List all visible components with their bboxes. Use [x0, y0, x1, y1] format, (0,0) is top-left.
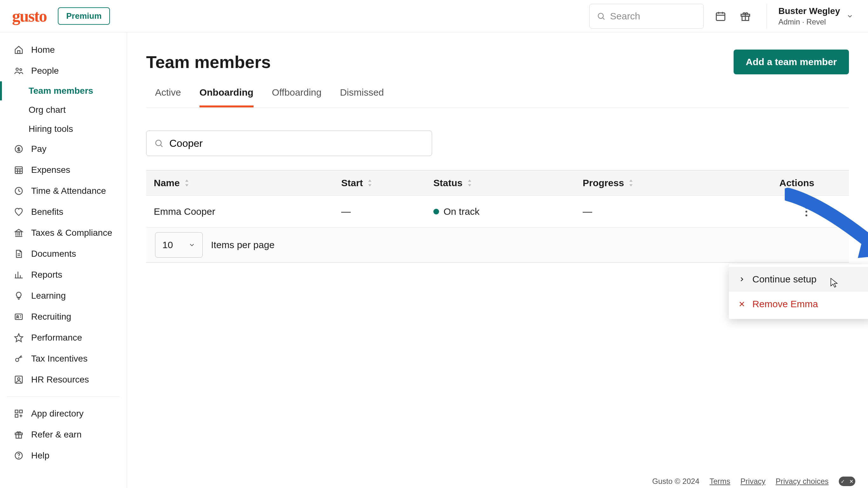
tab-dismissed[interactable]: Dismissed: [340, 87, 384, 108]
bank-icon: [13, 227, 24, 238]
row-actions-dropdown: Continue setup Remove Emma: [729, 264, 868, 319]
nav-people[interactable]: People: [0, 60, 127, 81]
chart-icon: [13, 269, 24, 280]
svg-marker-56: [629, 180, 632, 182]
nav-separator: [7, 396, 120, 397]
sort-icon: [184, 180, 189, 186]
status-dot-icon: [433, 209, 439, 214]
search-icon: [154, 139, 164, 148]
tab-active[interactable]: Active: [155, 87, 181, 108]
footer-link-privacy[interactable]: Privacy: [741, 477, 766, 486]
people-icon: [13, 65, 24, 76]
svg-point-37: [18, 378, 20, 380]
privacy-toggle[interactable]: [839, 477, 855, 486]
calendar-button[interactable]: [713, 8, 728, 24]
svg-point-31: [17, 315, 19, 317]
col-header-status[interactable]: Status: [426, 178, 575, 188]
col-header-name[interactable]: Name: [146, 178, 334, 188]
per-page-label: Items per page: [211, 240, 275, 250]
header-divider: [767, 3, 767, 29]
premium-badge[interactable]: Premium: [58, 7, 110, 25]
col-header-progress[interactable]: Progress: [575, 178, 753, 188]
subnav-team-members[interactable]: Team members: [0, 81, 127, 100]
clock-icon: [13, 186, 24, 196]
svg-marker-55: [468, 184, 471, 186]
row-actions-menu[interactable]: [805, 207, 808, 217]
nav-home[interactable]: Home: [0, 39, 127, 60]
svg-marker-64: [858, 233, 868, 258]
dollar-circle-icon: [13, 144, 24, 154]
global-search[interactable]: [589, 4, 704, 29]
user-menu[interactable]: Buster Wegley Admin · Revel: [778, 6, 856, 26]
nav-hr-resources[interactable]: HR Resources: [0, 369, 127, 390]
svg-point-0: [598, 13, 603, 18]
nav-label: Expenses: [31, 165, 70, 175]
nav-label: People: [31, 66, 59, 76]
nav-label: Pay: [31, 144, 46, 154]
gift-button[interactable]: [737, 8, 753, 24]
svg-point-10: [16, 68, 19, 70]
nav-time[interactable]: Time & Attendance: [0, 180, 127, 202]
copyright: Gusto © 2024: [652, 477, 699, 486]
action-continue-setup[interactable]: Continue setup: [729, 267, 868, 292]
cell-start: —: [334, 206, 426, 217]
svg-rect-2: [716, 13, 725, 20]
nav-taxes[interactable]: Taxes & Compliance: [0, 222, 127, 243]
subnav-org-chart[interactable]: Org chart: [0, 100, 127, 119]
global-search-input[interactable]: [610, 11, 696, 22]
home-icon: [13, 44, 24, 55]
subnav-hiring-tools[interactable]: Hiring tools: [0, 119, 127, 139]
per-page-select[interactable]: 10: [155, 232, 203, 258]
svg-rect-30: [15, 314, 23, 319]
nav-performance[interactable]: Performance: [0, 327, 127, 348]
cell-status: On track: [426, 206, 575, 217]
heart-icon: [13, 207, 24, 217]
nav-refer[interactable]: Refer & earn: [0, 424, 127, 445]
table-search[interactable]: [146, 130, 432, 156]
nav-pay[interactable]: Pay: [0, 139, 127, 159]
col-header-actions: Actions: [753, 178, 849, 188]
nav-recruiting[interactable]: Recruiting: [0, 306, 127, 327]
logo: gusto: [12, 7, 46, 25]
nav-app-directory[interactable]: App directory: [0, 403, 127, 424]
nav-label: Performance: [31, 333, 82, 343]
add-team-member-button[interactable]: Add a team member: [734, 50, 849, 74]
chevron-down-icon: [846, 13, 854, 20]
svg-point-60: [805, 214, 807, 216]
key-icon: [13, 353, 24, 364]
cell-name[interactable]: Emma Cooper: [146, 206, 334, 217]
tab-onboarding[interactable]: Onboarding: [199, 87, 253, 108]
table-footer: 10 Items per page: [146, 227, 849, 263]
svg-line-1: [603, 18, 604, 20]
nav-reports[interactable]: Reports: [0, 264, 127, 285]
nav-expenses[interactable]: Expenses: [0, 159, 127, 180]
svg-point-59: [805, 211, 807, 213]
sort-icon: [467, 180, 472, 186]
tab-offboarding[interactable]: Offboarding: [272, 87, 321, 108]
nav-label: Documents: [31, 249, 76, 259]
app-header: gusto Premium Buster Wegley Admin · Reve…: [0, 0, 868, 32]
svg-rect-40: [15, 415, 18, 418]
nav-help[interactable]: Help: [0, 445, 127, 466]
footer-link-privacy-choices[interactable]: Privacy choices: [776, 477, 829, 486]
nav-label: Reports: [31, 270, 62, 280]
svg-marker-53: [368, 184, 371, 186]
calendar-grid-icon: [13, 164, 24, 175]
nav-learning[interactable]: Learning: [0, 285, 127, 306]
col-header-start[interactable]: Start: [334, 178, 426, 188]
nav-documents[interactable]: Documents: [0, 243, 127, 264]
gift-icon: [13, 429, 24, 440]
action-remove[interactable]: Remove Emma: [729, 292, 868, 316]
doc-icon: [13, 248, 24, 259]
footer-link-terms[interactable]: Terms: [709, 477, 730, 486]
cell-actions: [753, 207, 849, 217]
svg-point-35: [16, 358, 19, 362]
close-icon: [738, 301, 745, 308]
nav-label: App directory: [31, 408, 84, 419]
svg-marker-50: [185, 180, 188, 182]
nav-tax-incentives[interactable]: Tax Incentives: [0, 348, 127, 369]
nav-benefits[interactable]: Benefits: [0, 202, 127, 222]
table-search-input[interactable]: [169, 138, 424, 149]
svg-point-48: [156, 140, 161, 146]
svg-marker-57: [629, 184, 632, 186]
